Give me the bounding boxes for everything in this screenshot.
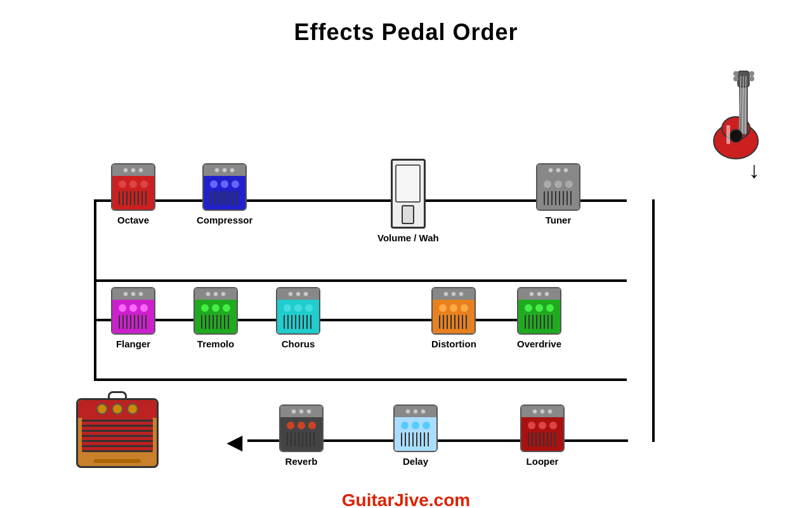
amp-knob — [96, 403, 108, 415]
pedal-grill — [210, 191, 239, 205]
pedal-volume-wah: Volume / Wah — [377, 159, 439, 243]
amp-bottom — [78, 456, 157, 466]
pedal-looper-body — [520, 404, 565, 452]
pedal-dots — [210, 180, 239, 188]
knob — [138, 291, 143, 297]
svg-point-6 — [733, 76, 738, 81]
pedal-compressor-body — [202, 163, 247, 211]
knob — [206, 291, 211, 297]
dot — [210, 180, 218, 188]
knob — [296, 291, 301, 297]
pedal-dots — [119, 304, 148, 312]
knob — [544, 291, 549, 297]
row2-right-vert — [652, 279, 655, 380]
pedal-dots — [284, 304, 313, 312]
pedal-tuner-face — [537, 176, 579, 210]
pedal-octave-face — [112, 176, 154, 210]
pedal-tremolo-label: Tremolo — [197, 338, 234, 349]
dot — [412, 422, 419, 429]
amp-strip — [94, 459, 141, 463]
knob — [540, 409, 545, 414]
pedal-tuner: Tuner — [536, 163, 580, 225]
row2-bottom-line — [94, 378, 627, 381]
row1-bottom-line — [94, 279, 627, 282]
arrow-from-guitar: ↓ — [749, 157, 760, 184]
knob — [123, 168, 128, 173]
pedal-overdrive: Overdrive — [517, 287, 561, 349]
pedal-delay-face — [395, 417, 436, 451]
pedal-looper-face — [521, 417, 563, 451]
pedal-looper-label: Looper — [527, 456, 559, 467]
pedal-grill — [201, 315, 230, 329]
pedal-tuner-body — [536, 163, 580, 211]
pedal-dots — [119, 180, 148, 188]
amp-knob — [112, 403, 123, 415]
dot — [535, 304, 543, 312]
pedal-flanger-label: Flanger — [116, 338, 150, 349]
knob — [291, 409, 296, 414]
knob — [131, 291, 136, 297]
dot — [119, 304, 126, 312]
dot — [439, 304, 447, 312]
row2-signal-line — [94, 319, 557, 321]
pedal-reverb-top — [280, 406, 322, 417]
guitar-icon — [704, 65, 780, 163]
dot — [308, 422, 316, 429]
pedal-overdrive-label: Overdrive — [517, 338, 561, 349]
pedal-chorus-face — [277, 300, 319, 333]
dot — [140, 180, 148, 188]
pedal-compressor: Compressor — [197, 163, 252, 225]
pedal-grill — [525, 315, 554, 329]
pedal-dots — [201, 304, 230, 312]
pedal-flanger-body — [111, 287, 155, 335]
pedal-looper: Looper — [520, 404, 565, 467]
pedal-chorus-label: Chorus — [282, 338, 315, 349]
svg-point-11 — [730, 130, 742, 142]
pedal-octave-body — [111, 163, 155, 211]
svg-rect-12 — [726, 125, 730, 144]
pedal-dots — [439, 304, 468, 312]
dot — [528, 422, 535, 429]
knob — [413, 409, 418, 414]
dot — [284, 304, 291, 312]
pedal-flanger-top — [112, 288, 154, 300]
pedal-dots — [528, 422, 557, 429]
pedal-distortion-body — [431, 287, 476, 335]
pedal-dots — [287, 422, 316, 429]
row1-right-vert — [652, 199, 655, 281]
dot — [549, 422, 557, 429]
dot — [565, 180, 573, 188]
pedal-chorus-top — [277, 288, 319, 300]
pedal-grill — [287, 432, 316, 446]
svg-point-4 — [733, 71, 738, 76]
dot — [544, 180, 551, 188]
svg-point-5 — [749, 71, 754, 76]
knob — [405, 409, 410, 414]
knob — [214, 168, 219, 173]
dot — [129, 304, 137, 312]
dot — [223, 304, 230, 312]
knob — [547, 409, 553, 414]
knob — [421, 409, 426, 414]
knob — [563, 168, 568, 173]
knob — [288, 291, 293, 297]
amp-body — [76, 398, 159, 468]
knob — [230, 168, 235, 173]
pedal-reverb-label: Reverb — [285, 456, 318, 467]
knob — [131, 168, 136, 173]
svg-point-7 — [749, 76, 754, 81]
dot — [201, 304, 209, 312]
dot — [212, 304, 219, 312]
amp-grille — [82, 418, 153, 452]
pedal-chorus: Chorus — [276, 287, 320, 349]
pedal-compressor-face — [204, 176, 246, 210]
pedal-flanger-face — [112, 300, 154, 333]
dot — [294, 304, 302, 312]
pedal-overdrive-top — [518, 288, 560, 300]
knob — [443, 291, 449, 297]
knob — [221, 291, 226, 297]
pedal-delay: Delay — [393, 404, 438, 467]
pedal-dots — [525, 304, 554, 312]
volume-wah-rocker — [395, 164, 421, 203]
pedal-dots — [401, 422, 430, 429]
